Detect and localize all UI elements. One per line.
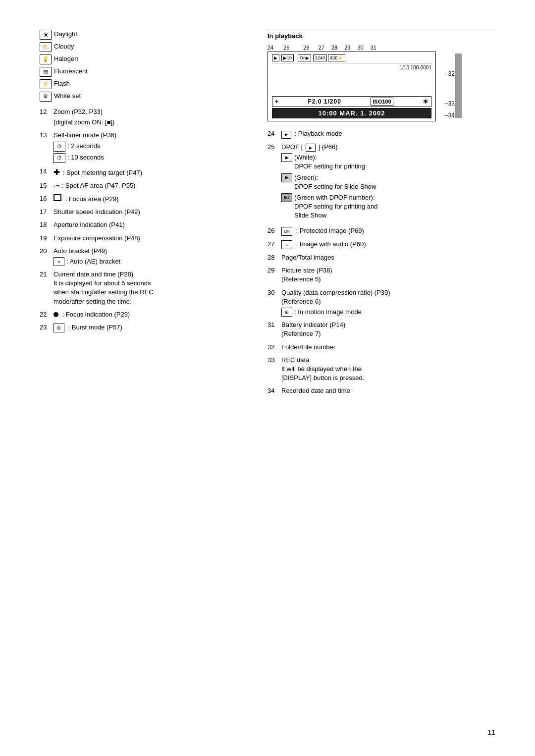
item-17-text: Shutter speed indication (P42) xyxy=(54,208,248,216)
item-29-number: 29 xyxy=(268,266,281,275)
halogen-label: Halogen xyxy=(54,54,78,63)
page-number: 11 xyxy=(487,728,495,736)
daylight-icon: ☀ xyxy=(40,30,52,40)
halogen-icon: 💡 xyxy=(40,54,52,64)
item-14-text: ✚ : Spot metering target (P47) xyxy=(54,167,248,177)
item-32-number: 32 xyxy=(268,343,281,352)
item-32: 32 Folder/File number xyxy=(268,343,495,352)
item-13-text: Self-timer mode (P36) ⏱ : 2 seconds ⏱ : … xyxy=(54,131,248,162)
item-30: 30 Quality (data compression ratio) (P39… xyxy=(268,288,495,317)
item-21: 21 Current date and time (P28) It is dis… xyxy=(40,270,248,306)
protected-icon: On▶ xyxy=(298,54,311,61)
display-panel: ▶ ▶10 On▶ 2240 ⊞⊞⚡ 1/10 100-0001 + xyxy=(268,52,436,121)
wb-indicator-icon: ✶ xyxy=(423,98,428,106)
burst-icon: ⊞ xyxy=(54,324,64,332)
item-23-text: ⊞ : Burst mode (P57) xyxy=(54,323,248,332)
whiteset-label: White set xyxy=(54,92,81,101)
wb-cloudy-row: ⛅ Cloudy xyxy=(40,42,248,52)
item-13: 13 Self-timer mode (P36) ⏱ : 2 seconds ⏱… xyxy=(40,131,248,162)
battery-icon: ⊞⊞⚡ xyxy=(328,54,345,61)
audio-img-icon: ♪ xyxy=(281,240,292,249)
item-21-text: Current date and time (P28) It is displa… xyxy=(54,270,248,306)
item-20-text: Auto bracket (P49) ± : Auto (AE) bracket xyxy=(54,247,248,266)
item-13-number: 13 xyxy=(40,131,54,140)
item-26: 26 On : Protected image (P69) xyxy=(268,226,495,236)
display-image-area xyxy=(272,71,431,96)
item-22: 22 : Focus indication (P29) xyxy=(40,310,248,319)
right-column: In playback 24 25 26 27 28 29 30 31 ▶ ▶1… xyxy=(268,30,495,400)
wb-fluorescent-row: ▤ Fluorescent xyxy=(40,67,248,77)
cloudy-label: Cloudy xyxy=(54,42,74,51)
item-23-number: 23 xyxy=(40,323,54,332)
item-24-number: 24 xyxy=(268,129,281,138)
item-27: 27 ♪ : Image with audio (P60) xyxy=(268,240,495,249)
item-29: 29 Picture size (P38) (Reference 5) xyxy=(268,266,495,284)
dpof-green-icon: ▶ xyxy=(281,173,292,182)
item-23: 23 ⊞ : Burst mode (P57) xyxy=(40,323,248,332)
label-33: –33 xyxy=(445,100,455,107)
item-19: 19 Exposure compensation (P48) xyxy=(40,234,248,243)
item-12: 12 Zoom (P32, P33) (digital zoom ON: [■]… xyxy=(40,108,248,127)
item-32-text: Folder/File number xyxy=(281,343,495,352)
item-27-number: 27 xyxy=(268,240,281,249)
fluorescent-label: Fluorescent xyxy=(54,67,88,76)
protected-img-icon: On xyxy=(281,227,292,236)
item-28-text: Page/Total images xyxy=(281,253,495,262)
item-16-text: : Focus area (P29) xyxy=(54,194,248,204)
item-28: 28 Page/Total images xyxy=(268,253,495,262)
item-12-number: 12 xyxy=(40,108,54,116)
display-top-numbers: 24 25 26 27 28 29 30 31 xyxy=(268,45,436,51)
selftimer-2s-row: ⏱ : 2 seconds xyxy=(54,142,248,152)
item-33-text: REC data It will be displayed when the [… xyxy=(281,356,495,383)
wb-daylight-row: ☀ Daylight xyxy=(40,30,248,40)
daylight-label: Daylight xyxy=(54,30,77,39)
item-24-text: ▶ : Playback mode xyxy=(281,129,495,139)
camera-display: 24 25 26 27 28 29 30 31 ▶ ▶10 On▶ 2240 xyxy=(268,45,436,121)
wb-whiteset-row: ⚙ White set xyxy=(40,92,248,102)
item-19-text: Exposure compensation (P48) xyxy=(54,234,248,243)
dpof-white-row: ▶ (White): DPOF setting for printing xyxy=(281,153,495,171)
item-28-number: 28 xyxy=(268,253,281,262)
dpof-green-num-icon: ▶1 xyxy=(281,193,292,202)
item-17-number: 17 xyxy=(40,208,54,216)
item-30-text: Quality (data compression ratio) (P39) (… xyxy=(281,288,495,317)
flash-icon: ⚡ xyxy=(40,79,52,89)
item-14: 14 ✚ : Spot metering target (P47) xyxy=(40,167,248,177)
wb-flash-row: ⚡ Flash xyxy=(40,79,248,89)
focusarea-icon xyxy=(54,194,61,201)
playback-icon: ▶ xyxy=(281,131,291,139)
motion-image-row: ⊞ : In motion image mode xyxy=(281,308,495,317)
item-14-number: 14 xyxy=(40,167,54,176)
item-19-number: 19 xyxy=(40,234,54,243)
selftimer-10s-icon: ⏱ xyxy=(54,153,65,163)
item-16-number: 16 xyxy=(40,194,54,203)
selftimer-10s-row: ⏱ : 10 seconds xyxy=(54,153,248,163)
item-31: 31 Battery indicator (P14) (Reference 7) xyxy=(268,321,495,338)
item-22-number: 22 xyxy=(40,310,54,319)
selftimer-2s-icon: ⏱ xyxy=(54,142,65,152)
item-18-text: Aperture indication (P41) xyxy=(54,220,248,229)
spotmeter-icon: ✚ xyxy=(54,167,60,177)
focus-circle-icon xyxy=(54,312,58,317)
item-29-text: Picture size (P38) (Reference 5) xyxy=(281,266,495,284)
autobracket-icon: ± xyxy=(54,257,64,266)
dpof-green-row: ▶ (Green): DPOF setting for Slide Show xyxy=(281,173,495,191)
label-32: –32 xyxy=(445,70,455,77)
item-18-number: 18 xyxy=(40,220,54,229)
whiteset-icon: ⚙ xyxy=(40,92,52,102)
item-12-text: Zoom (P32, P33) (digital zoom ON: [■]) xyxy=(54,108,248,127)
spotaf-icon: ⌐¬ xyxy=(54,182,58,190)
display-date-row: 10:00 MAR. 1. 2002 xyxy=(272,108,431,118)
item-15-text: ⌐¬ : Spot AF area (P47, P55) xyxy=(54,181,248,190)
item-18: 18 Aperture indication (P41) xyxy=(40,220,248,229)
item-31-number: 31 xyxy=(268,321,281,329)
fluorescent-icon: ▤ xyxy=(40,67,52,77)
label-34: –34 xyxy=(445,112,455,119)
item-16: 16 : Focus area (P29) xyxy=(40,194,248,204)
autobracket-row: ± : Auto (AE) bracket xyxy=(54,257,248,266)
dpof-icon: ▶ xyxy=(306,144,316,152)
selftimer-10s-label: : 10 seconds xyxy=(67,153,104,162)
item-30-number: 30 xyxy=(268,288,281,297)
drive-icon: ▶10 xyxy=(281,54,294,61)
item-25-number: 25 xyxy=(268,143,281,152)
